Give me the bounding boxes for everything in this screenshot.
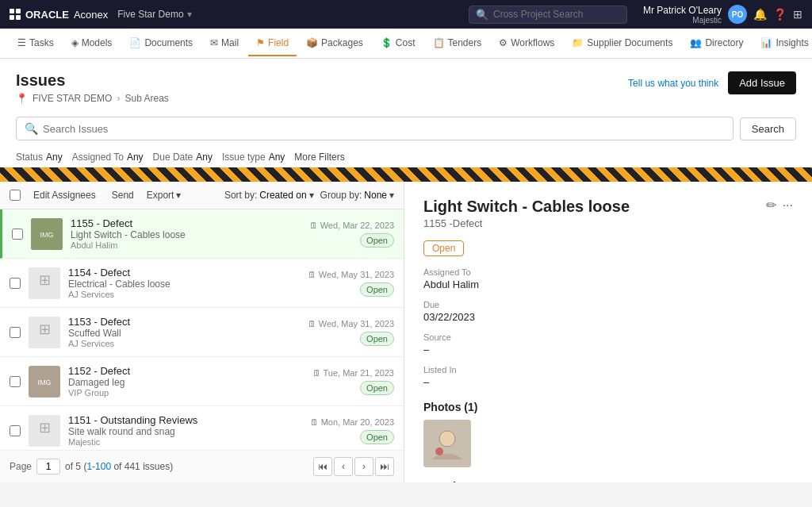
nav-supplier-docs[interactable]: 📁 Supplier Documents xyxy=(564,31,680,56)
send-button[interactable]: Send xyxy=(109,188,137,202)
issue-assignee: AJ Services xyxy=(68,339,300,348)
export-button[interactable]: Export ▾ xyxy=(147,190,182,201)
svg-text:⊞: ⊞ xyxy=(39,321,51,337)
issue-checkbox[interactable] xyxy=(10,327,21,338)
photo-image xyxy=(423,420,471,467)
nav-field-label: Field xyxy=(268,37,289,48)
svg-text:IMG: IMG xyxy=(38,378,52,386)
nav-models[interactable]: ◈ Models xyxy=(63,31,121,56)
nav-tenders-label: Tenders xyxy=(448,37,482,48)
nav-cost[interactable]: 💲 Cost xyxy=(373,31,423,56)
issue-checkbox[interactable] xyxy=(10,425,21,436)
issue-checkbox[interactable] xyxy=(10,278,21,289)
edit-button[interactable]: ✏ xyxy=(766,198,776,213)
issue-title: 1152 - Defect xyxy=(68,365,304,377)
export-label: Export xyxy=(147,190,174,201)
issue-info: 1153 - Defect Scuffed Wall AJ Services xyxy=(68,316,300,348)
nav-directory[interactable]: 👥 Directory xyxy=(682,31,751,56)
nav-insights[interactable]: 📊 Insights xyxy=(753,31,812,56)
breadcrumb-sub[interactable]: Sub Areas xyxy=(124,93,168,104)
search-button[interactable]: Search xyxy=(740,117,796,140)
nav-supplier-docs-label: Supplier Documents xyxy=(587,37,672,48)
detail-title-text: Light Switch - Cables loose xyxy=(423,198,630,216)
nav-tenders[interactable]: 📋 Tenders xyxy=(425,31,490,56)
issue-assignee: AJ Services xyxy=(68,290,300,299)
nav-tasks-label: Tasks xyxy=(29,37,54,48)
due-value: 03/22/2023 xyxy=(423,311,793,323)
more-options-button[interactable]: ··· xyxy=(783,198,793,213)
issue-row[interactable]: ⊞ 1153 - Defect Scuffed Wall AJ Services… xyxy=(0,308,404,357)
nav-packages[interactable]: 📦 Packages xyxy=(298,31,371,56)
nav-mail[interactable]: ✉ Mail xyxy=(202,31,247,56)
issue-title: 1153 - Defect xyxy=(68,316,300,328)
grid-apps-icon[interactable]: ⊞ xyxy=(793,8,802,21)
issue-info: 1152 - Defect Damaged leg VIP Group xyxy=(68,365,304,398)
issue-meta: 🗓 Wed, Mar 22, 2023 Open xyxy=(309,221,394,248)
next-page-button[interactable]: › xyxy=(354,457,373,476)
detail-actions: ✏ ··· xyxy=(766,198,793,213)
issue-row[interactable]: ⊞ 1151 - Outstanding Reviews Site walk r… xyxy=(0,406,404,450)
first-page-button[interactable]: ⏮ xyxy=(313,457,332,476)
nav-field[interactable]: ⚑ Field xyxy=(248,31,297,56)
sort-value: Created on xyxy=(259,190,306,201)
nav-tasks[interactable]: ☰ Tasks xyxy=(10,31,62,56)
issue-thumbnail: IMG xyxy=(29,366,60,398)
nav-documents[interactable]: 📄 Documents xyxy=(121,31,201,56)
source-value: – xyxy=(423,344,793,355)
question-icon[interactable]: ❓ xyxy=(773,8,787,21)
user-menu[interactable]: Mr Patrick O'Leary Majestic PO 🔔 ❓ ⊞ xyxy=(643,5,802,25)
filter-due-value: Any xyxy=(196,152,213,163)
edit-assignees-button[interactable]: Edit Assignees xyxy=(30,188,99,202)
issue-title: 1155 - Defect xyxy=(71,217,301,229)
issue-row[interactable]: ⊞ 1154 - Defect Electrical - Cables loos… xyxy=(0,259,404,308)
select-all-checkbox[interactable] xyxy=(10,190,21,201)
issue-thumbnail: ⊞ xyxy=(29,317,60,348)
prev-page-button[interactable]: ‹ xyxy=(334,457,353,476)
nav-insights-label: Insights xyxy=(776,37,808,48)
search-icon: 🔍 xyxy=(476,9,488,21)
group-button[interactable]: Group by: None ▾ xyxy=(320,190,394,201)
status-badge: Open xyxy=(360,332,394,346)
photo-thumbnail[interactable] xyxy=(423,420,471,467)
photos-section-title: Photos (1) xyxy=(423,401,793,413)
user-sub: Majestic xyxy=(643,16,722,25)
more-filters-button[interactable]: More Filters xyxy=(294,152,344,163)
last-page-button[interactable]: ⏭ xyxy=(375,457,394,476)
filter-due-date[interactable]: Due Date Any xyxy=(153,152,213,163)
listed-in-field: Listed In – xyxy=(423,365,793,388)
issue-assignee: Abdul Halim xyxy=(71,240,301,250)
filter-assigned-label: Assigned To xyxy=(72,152,124,163)
svg-point-14 xyxy=(435,447,443,455)
issues-list: IMG 1155 - Defect Light Switch - Cables … xyxy=(0,209,404,450)
page-title: Issues xyxy=(16,71,169,90)
issue-date: 🗓 Wed, May 31, 2023 xyxy=(308,319,394,328)
filter-issue-type[interactable]: Issue type Any xyxy=(222,152,285,163)
add-issue-button[interactable]: Add Issue xyxy=(728,71,796,94)
search-input[interactable] xyxy=(43,123,725,135)
issue-checkbox[interactable] xyxy=(10,376,21,387)
filter-status[interactable]: Status Any xyxy=(16,152,63,163)
sort-button[interactable]: Sort by: Created on ▾ xyxy=(224,190,314,201)
group-value: None xyxy=(364,190,387,201)
search-input-wrap: 🔍 xyxy=(16,117,733,140)
bell-icon[interactable]: 🔔 xyxy=(753,8,767,21)
page-input[interactable]: 1 xyxy=(36,459,60,474)
nav-workflows[interactable]: ⚙ Workflows xyxy=(491,31,562,56)
breadcrumb-project[interactable]: FIVE STAR DEMO xyxy=(33,93,112,104)
nav-directory-label: Directory xyxy=(705,37,743,48)
sort-chevron-icon: ▾ xyxy=(309,190,314,201)
issue-row[interactable]: IMG 1152 - Defect Damaged leg VIP Group … xyxy=(0,357,404,406)
issue-title: 1151 - Outstanding Reviews xyxy=(68,414,302,426)
filter-type-label: Issue type xyxy=(222,152,266,163)
issue-thumbnail: ⊞ xyxy=(29,415,60,447)
issue-checkbox[interactable] xyxy=(12,229,23,240)
project-selector[interactable]: Five Star Demo ▾ xyxy=(117,9,191,20)
feedback-button[interactable]: Tell us what you think xyxy=(628,78,718,89)
issues-pane: Edit Assignees Send Export ▾ Sort by: Cr… xyxy=(0,182,404,482)
issue-row[interactable]: IMG 1155 - Defect Light Switch - Cables … xyxy=(0,209,404,259)
page-range: 1-100 xyxy=(86,461,111,472)
cross-search-input[interactable] xyxy=(493,9,620,20)
avatar: PO xyxy=(728,5,747,24)
filter-assigned-to[interactable]: Assigned To Any xyxy=(72,152,144,163)
cross-project-search[interactable]: 🔍 xyxy=(469,6,627,24)
